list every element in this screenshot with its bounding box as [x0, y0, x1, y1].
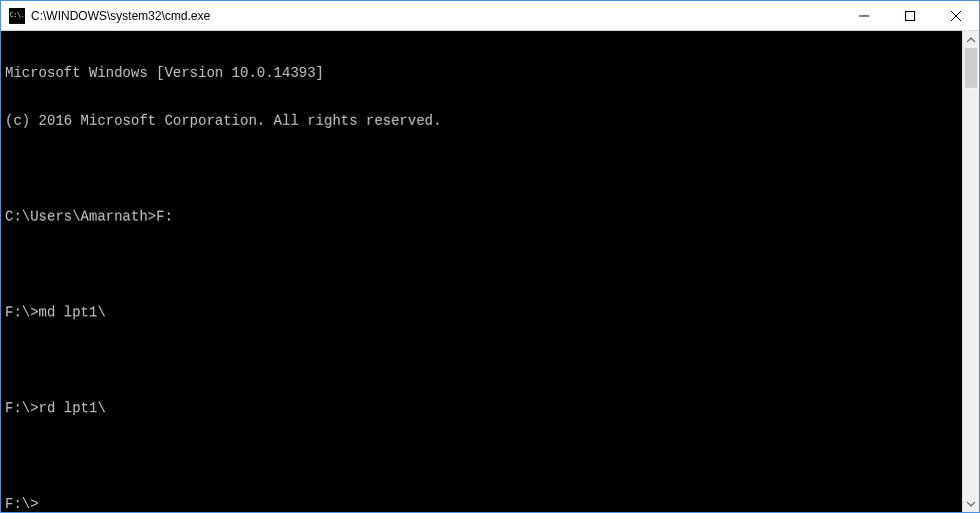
chevron-up-icon	[967, 36, 975, 44]
vertical-scrollbar[interactable]	[962, 31, 979, 512]
terminal-line	[5, 256, 958, 272]
scrollbar-up-button[interactable]	[963, 31, 979, 48]
scrollbar-thumb[interactable]	[965, 48, 977, 88]
client-area: Microsoft Windows [Version 10.0.14393] (…	[1, 31, 979, 512]
terminal-output[interactable]: Microsoft Windows [Version 10.0.14393] (…	[1, 31, 962, 512]
svg-rect-1	[906, 11, 915, 20]
minimize-icon	[859, 11, 869, 21]
maximize-button[interactable]	[887, 1, 933, 30]
terminal-line: C:\Users\Amarnath>F:	[5, 209, 958, 225]
close-icon	[951, 11, 961, 21]
window-controls	[841, 1, 979, 30]
close-button[interactable]	[933, 1, 979, 30]
cmd-icon-text: C:\.	[10, 12, 25, 19]
cmd-icon: C:\.	[9, 8, 25, 24]
terminal-line: Microsoft Windows [Version 10.0.14393]	[5, 65, 958, 81]
scrollbar-track[interactable]	[963, 48, 979, 495]
titlebar[interactable]: C:\. C:\WINDOWS\system32\cmd.exe	[1, 1, 979, 31]
window-title: C:\WINDOWS\system32\cmd.exe	[31, 9, 841, 23]
terminal-line	[5, 161, 958, 177]
terminal-line	[5, 352, 958, 368]
terminal-line: F:\>rd lpt1\	[5, 400, 958, 416]
chevron-down-icon	[967, 500, 975, 508]
terminal-line: F:\>	[5, 496, 958, 512]
scrollbar-down-button[interactable]	[963, 495, 979, 512]
terminal-line: F:\>md lpt1\	[5, 304, 958, 320]
minimize-button[interactable]	[841, 1, 887, 30]
cmd-window: C:\. C:\WINDOWS\system32\cmd.exe Microso…	[0, 0, 980, 513]
terminal-line: (c) 2016 Microsoft Corporation. All righ…	[5, 113, 958, 129]
terminal-line	[5, 448, 958, 464]
maximize-icon	[905, 11, 915, 21]
